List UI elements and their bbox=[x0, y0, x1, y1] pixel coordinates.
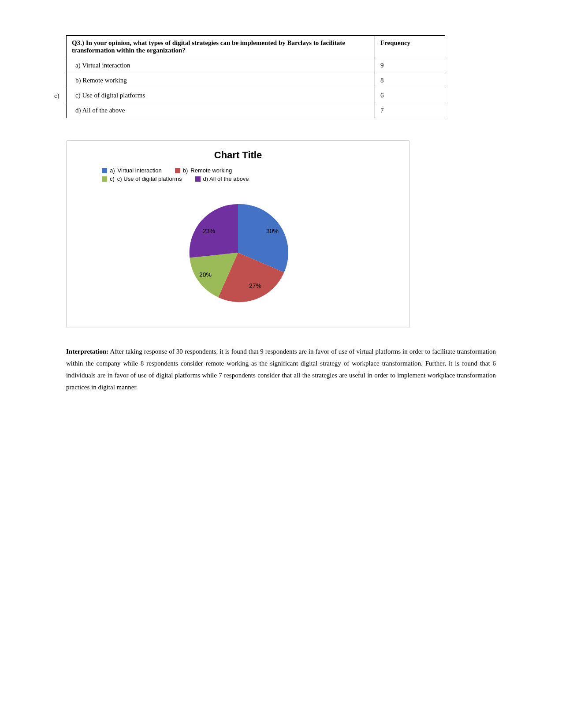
table-row: c) c) Use of digital platforms 6 bbox=[67, 88, 445, 103]
interpretation-text: After taking response of 30 respondents,… bbox=[66, 348, 496, 391]
chart-title: Chart Title bbox=[75, 149, 401, 161]
freq-c: 6 bbox=[375, 88, 445, 103]
table-row: a) Virtual interaction 9 bbox=[67, 58, 445, 73]
chart-legend: a) Virtual interaction b) Remote working… bbox=[75, 167, 401, 182]
legend-desc-a: Virtual interaction bbox=[118, 167, 162, 174]
freq-a: 9 bbox=[375, 58, 445, 73]
table-wrapper: Q3.) In your opinion, what types of digi… bbox=[66, 35, 522, 118]
question-cell: Q3.) In your opinion, what types of digi… bbox=[67, 36, 375, 58]
label-a: 30% bbox=[266, 228, 279, 235]
legend-label-c: c) bbox=[110, 175, 115, 182]
legend-desc-d: d) All of the above bbox=[203, 175, 249, 182]
legend-item-c: c) c) Use of digital platforms bbox=[102, 175, 182, 182]
freq-d: 7 bbox=[375, 103, 445, 118]
answer-b: b) Remote working bbox=[67, 73, 375, 88]
pie-container: 30% 27% 20% 23% bbox=[75, 191, 401, 314]
legend-label-b: b) bbox=[183, 167, 188, 174]
label-b: 27% bbox=[249, 282, 261, 289]
legend-desc-c: c) Use of digital platforms bbox=[117, 175, 182, 182]
legend-desc-b: Remote working bbox=[190, 167, 232, 174]
freq-header: Frequency bbox=[375, 36, 445, 58]
legend-item-a: a) Virtual interaction bbox=[102, 167, 162, 174]
answer-c-text: c) Use of digital platforms bbox=[75, 92, 145, 99]
legend-label-a: a) bbox=[110, 167, 115, 174]
chart-box: Chart Title a) Virtual interaction b) Re… bbox=[66, 140, 410, 328]
legend-swatch-d bbox=[195, 176, 201, 182]
answer-c: c) c) Use of digital platforms bbox=[67, 88, 375, 103]
legend-item-b: b) Remote working bbox=[175, 167, 232, 174]
c-prefix: c) bbox=[54, 92, 60, 99]
legend-row-2: c) c) Use of digital platforms d) All of… bbox=[102, 175, 401, 182]
legend-swatch-c bbox=[102, 176, 107, 182]
interpretation: Interpretation: After taking response of… bbox=[66, 346, 496, 393]
label-d: 23% bbox=[203, 228, 215, 235]
label-c: 20% bbox=[199, 271, 212, 278]
interpretation-bold: Interpretation: bbox=[66, 348, 108, 355]
legend-item-d: d) All of the above bbox=[195, 175, 249, 182]
legend-row-1: a) Virtual interaction b) Remote working bbox=[102, 167, 401, 174]
survey-table: Q3.) In your opinion, what types of digi… bbox=[66, 35, 445, 118]
freq-b: 8 bbox=[375, 73, 445, 88]
table-row: d) All of the above 7 bbox=[67, 103, 445, 118]
table-header-row: Q3.) In your opinion, what types of digi… bbox=[67, 36, 445, 58]
table-row: b) Remote working 8 bbox=[67, 73, 445, 88]
pie-chart: 30% 27% 20% 23% bbox=[167, 191, 309, 314]
answer-a: a) Virtual interaction bbox=[67, 58, 375, 73]
answer-d: d) All of the above bbox=[67, 103, 375, 118]
legend-swatch-b bbox=[175, 168, 180, 173]
legend-swatch-a bbox=[102, 168, 107, 173]
